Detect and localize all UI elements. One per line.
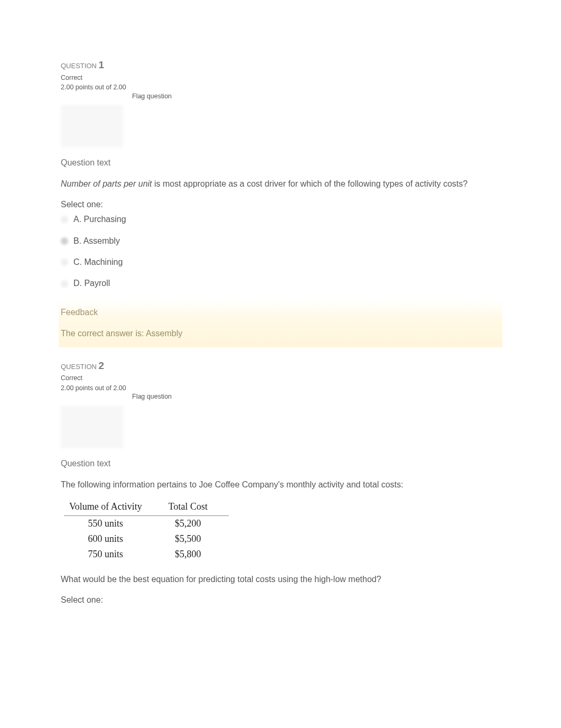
option-a-label: A. Purchasing [73, 214, 126, 225]
question-text-heading: Question text [61, 157, 500, 169]
feedback-block: Feedback The correct answer is: Assembly [59, 299, 502, 347]
question-1-block: QUESTION 1 Correct 2.00 points out of 2.… [61, 58, 500, 347]
question-2-number: 2 [99, 360, 105, 371]
question-1-label: QUESTION 1 [61, 58, 500, 72]
radio-icon[interactable] [61, 216, 68, 223]
cell-cost: $5,200 [163, 515, 229, 531]
question-1-flag-link[interactable]: Flag question [132, 92, 500, 102]
question-2-status: Correct [61, 374, 500, 383]
option-a-row[interactable]: A. Purchasing [74, 214, 500, 225]
option-c-label: C. Machining [73, 256, 123, 268]
question-2-block: QUESTION 2 Correct 2.00 points out of 2.… [61, 359, 500, 606]
radio-icon[interactable] [61, 280, 68, 288]
cell-volume: 550 units [64, 515, 163, 531]
prompt-italic-part: Number of parts per unit [61, 179, 152, 188]
question-1-points: 2.00 points out of 2.00 [61, 83, 500, 93]
cell-cost: $5,800 [163, 547, 229, 562]
option-b-label: B. Assembly [73, 235, 120, 247]
option-c-row[interactable]: C. Machining [74, 256, 500, 268]
question-2-points: 2.00 points out of 2.00 [61, 384, 500, 393]
col-header-volume: Volume of Activity [64, 499, 163, 515]
question-1-options: A. Purchasing B. Assembly C. Machining D… [74, 214, 500, 290]
cell-cost: $5,500 [163, 531, 229, 547]
question-1-number: 1 [99, 59, 105, 70]
blurred-region [61, 105, 123, 148]
table-row: 550 units $5,200 [64, 515, 229, 531]
option-d-row[interactable]: D. Payroll [74, 278, 500, 289]
cost-activity-table: Volume of Activity Total Cost 550 units … [64, 499, 229, 562]
blurred-region [61, 406, 123, 448]
table-row: 750 units $5,800 [64, 547, 229, 562]
option-d-label: D. Payroll [73, 278, 110, 289]
select-one-label: Select one: [61, 594, 500, 606]
cell-volume: 750 units [64, 547, 163, 562]
option-b-row[interactable]: B. Assembly [74, 235, 500, 247]
table-header-row: Volume of Activity Total Cost [64, 499, 229, 515]
radio-icon[interactable] [61, 259, 68, 266]
feedback-answer: The correct answer is: Assembly [61, 328, 502, 339]
question-text-heading: Question text [61, 458, 500, 469]
table-row: 600 units $5,500 [64, 531, 229, 547]
col-header-cost: Total Cost [163, 499, 229, 515]
question-1-prompt: Number of parts per unit is most appropr… [61, 178, 500, 190]
question-2-prompt2: What would be the best equation for pred… [61, 574, 500, 585]
question-2-prompt: The following information pertains to Jo… [61, 479, 500, 491]
question-1-status: Correct [61, 73, 500, 83]
radio-icon[interactable] [61, 237, 68, 245]
question-label-prefix: QUESTION [61, 62, 99, 70]
question-2-label: QUESTION 2 [61, 359, 500, 373]
question-2-flag-link[interactable]: Flag question [132, 392, 500, 402]
cell-volume: 600 units [64, 531, 163, 547]
prompt-rest: is most appropriate as a cost driver for… [152, 179, 468, 188]
question-label-prefix: QUESTION [61, 363, 99, 371]
feedback-heading: Feedback [61, 307, 502, 318]
select-one-label: Select one: [61, 199, 500, 210]
